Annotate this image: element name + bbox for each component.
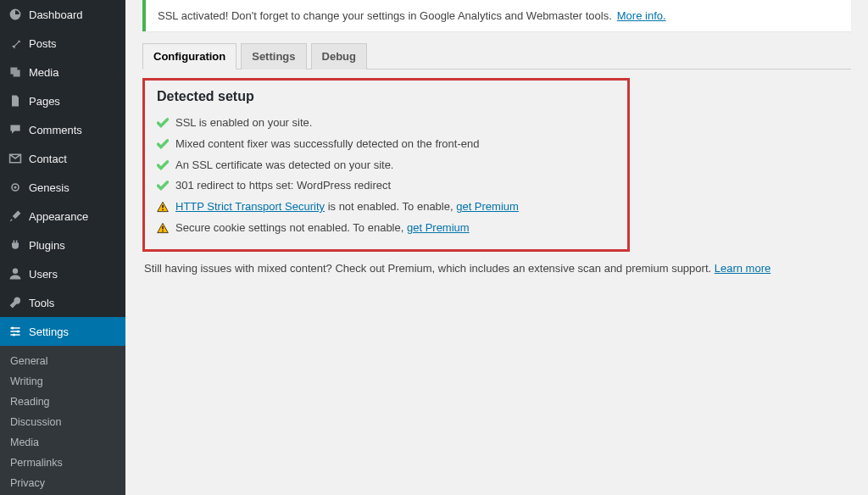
genesis-icon <box>7 179 24 196</box>
sidebar-item-genesis[interactable]: Genesis <box>0 173 125 202</box>
svg-rect-9 <box>162 231 163 231</box>
status-line: SSL is enabled on your site. <box>157 113 615 134</box>
sidebar-item-appearance[interactable]: Appearance <box>0 202 125 231</box>
main-content: SSL activated! Don't forget to change yo… <box>125 0 868 495</box>
mail-icon <box>7 150 24 167</box>
sidebar-item-label: Appearance <box>29 210 119 223</box>
sidebar-item-label: Dashboard <box>29 8 119 21</box>
sidebar-item-label: Genesis <box>29 181 119 194</box>
bottom-note: Still having issues with mixed content? … <box>142 252 851 285</box>
sidebar-item-settings[interactable]: Settings <box>0 317 125 346</box>
svg-point-3 <box>11 326 14 329</box>
panel-title: Detected setup <box>157 89 615 104</box>
page-icon <box>7 92 24 109</box>
bottom-note-text: Still having issues with mixed content? … <box>144 262 715 275</box>
notice-text: SSL activated! Don't forget to change yo… <box>158 9 612 22</box>
ssl-activated-notice: SSL activated! Don't forget to change yo… <box>142 0 851 31</box>
wrench-icon <box>7 294 24 311</box>
sidebar-item-tools[interactable]: Tools <box>0 288 125 317</box>
sidebar-item-contact[interactable]: Contact <box>0 144 125 173</box>
sidebar-item-users[interactable]: Users <box>0 259 125 288</box>
admin-sidebar: Dashboard Posts Media Pages Comments Con… <box>0 0 125 495</box>
status-line: HTTP Strict Transport Security is not en… <box>157 197 615 218</box>
status-text: SSL is enabled on your site. <box>175 114 312 132</box>
sidebar-item-dashboard[interactable]: Dashboard <box>0 0 125 29</box>
sidebar-item-label: Comments <box>29 124 119 136</box>
sidebar-item-label: Plugins <box>29 239 119 252</box>
sidebar-item-label: Tools <box>29 297 119 309</box>
plug-icon <box>7 236 24 253</box>
brush-icon <box>7 208 24 225</box>
svg-rect-6 <box>162 205 163 209</box>
status-text: Mixed content fixer was successfully det… <box>175 136 479 153</box>
sidebar-item-posts[interactable]: Posts <box>0 29 125 58</box>
sidebar-item-label: Posts <box>29 37 119 50</box>
sidebar-item-label: Users <box>29 268 119 281</box>
sidebar-item-pages[interactable]: Pages <box>0 86 125 115</box>
svg-rect-8 <box>162 226 163 230</box>
warning-icon <box>157 201 169 213</box>
sidebar-item-plugins[interactable]: Plugins <box>0 231 125 259</box>
learn-more-link[interactable]: Learn more <box>715 262 771 275</box>
status-text: An SSL certificate was detected on your … <box>175 157 394 175</box>
status-line: Secure cookie settings not enabled. To e… <box>157 218 615 239</box>
status-line: 301 redirect to https set: WordPress red… <box>157 175 615 197</box>
status-line: An SSL certificate was detected on your … <box>157 155 615 176</box>
status-text: HTTP Strict Transport Security is not en… <box>175 198 519 216</box>
submenu-item-general[interactable]: General <box>0 351 125 371</box>
submenu-item-reading[interactable]: Reading <box>0 392 125 412</box>
sidebar-item-comments[interactable]: Comments <box>0 115 125 144</box>
check-icon <box>157 117 169 129</box>
media-icon <box>7 64 24 81</box>
svg-point-2 <box>13 269 18 274</box>
get-premium-link[interactable]: get Premium <box>456 200 519 213</box>
status-text: Secure cookie settings not enabled. To e… <box>175 220 470 237</box>
dashboard-icon <box>7 6 24 23</box>
submenu-item-permalinks[interactable]: Permalinks <box>0 453 125 473</box>
sidebar-item-media[interactable]: Media <box>0 58 125 86</box>
warning-icon <box>157 222 169 234</box>
sliders-icon <box>7 323 24 340</box>
svg-point-4 <box>17 330 19 332</box>
submenu-item-discussion[interactable]: Discussion <box>0 412 125 432</box>
tab-bar: Configuration Settings Debug <box>142 43 851 70</box>
svg-point-5 <box>13 333 15 336</box>
submenu-item-privacy[interactable]: Privacy <box>0 473 125 493</box>
check-icon <box>157 138 169 150</box>
settings-submenu: General Writing Reading Discussion Media… <box>0 346 125 495</box>
sidebar-item-label: Pages <box>29 95 119 108</box>
hsts-link[interactable]: HTTP Strict Transport Security <box>175 200 325 213</box>
tab-configuration[interactable]: Configuration <box>142 43 236 70</box>
check-icon <box>157 159 169 171</box>
status-text: 301 redirect to https set: WordPress red… <box>175 177 391 195</box>
pin-icon <box>7 35 24 52</box>
detected-setup-panel: Detected setup SSL is enabled on your si… <box>142 78 630 252</box>
user-icon <box>7 265 24 282</box>
status-line: Mixed content fixer was successfully det… <box>157 134 615 155</box>
sidebar-item-label: Contact <box>29 153 119 165</box>
submenu-item-media[interactable]: Media <box>0 432 125 453</box>
svg-point-1 <box>14 186 16 188</box>
get-premium-link[interactable]: get Premium <box>407 221 470 234</box>
submenu-item-writing[interactable]: Writing <box>0 371 125 392</box>
sidebar-item-label: Settings <box>29 325 119 338</box>
comment-icon <box>7 121 24 138</box>
sidebar-item-label: Media <box>29 66 119 79</box>
notice-more-info-link[interactable]: More info. <box>617 9 666 22</box>
tab-debug[interactable]: Debug <box>311 43 367 70</box>
check-icon <box>157 180 169 192</box>
svg-rect-7 <box>162 209 163 210</box>
tab-settings[interactable]: Settings <box>241 43 306 70</box>
